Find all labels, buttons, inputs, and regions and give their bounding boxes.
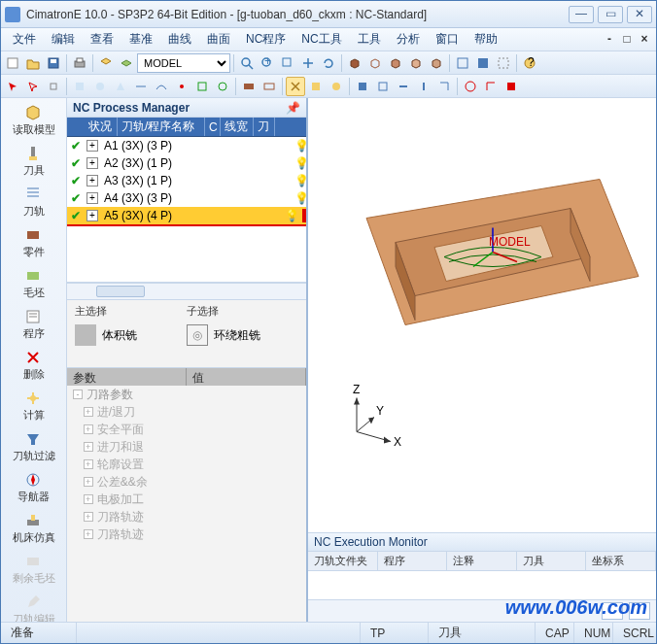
expand-icon[interactable]: + bbox=[86, 192, 98, 204]
bulb-icon[interactable]: 💡 bbox=[294, 174, 306, 187]
model-select[interactable]: MODEL bbox=[137, 53, 230, 73]
arrow-icon[interactable] bbox=[3, 77, 22, 96]
t11-icon[interactable] bbox=[286, 77, 305, 96]
param-row[interactable]: +刀路轨迹 bbox=[67, 508, 306, 525]
side-tool[interactable]: 刀具 bbox=[5, 143, 63, 182]
param-row[interactable]: +安全平面 bbox=[67, 421, 306, 438]
param-row[interactable]: +公差&&余 bbox=[67, 473, 306, 491]
layer2-icon[interactable] bbox=[117, 53, 136, 73]
menu-tools[interactable]: 工具 bbox=[350, 29, 389, 50]
side-read-model[interactable]: 读取模型 bbox=[5, 102, 63, 141]
side-remain[interactable]: 剩余毛坯 bbox=[5, 551, 63, 590]
t18-icon[interactable] bbox=[434, 77, 454, 96]
exec-btn-2[interactable] bbox=[629, 602, 650, 620]
bulb-icon[interactable]: 💡 bbox=[294, 139, 306, 153]
pan-icon[interactable] bbox=[298, 53, 318, 73]
viewport-3d[interactable]: MODEL Z X Y bbox=[308, 98, 656, 532]
t9-icon[interactable] bbox=[239, 77, 259, 96]
wire-icon[interactable] bbox=[453, 53, 472, 73]
side-filter[interactable]: 刀轨过滤 bbox=[5, 428, 63, 467]
t13-icon[interactable] bbox=[327, 77, 346, 96]
new-icon[interactable] bbox=[3, 53, 22, 73]
box-icon[interactable] bbox=[345, 53, 364, 73]
minimize-button[interactable]: — bbox=[569, 6, 594, 23]
side-edit[interactable]: 刀轨编辑 bbox=[5, 592, 63, 622]
zoom-fit-icon[interactable] bbox=[237, 53, 257, 73]
t6-icon[interactable] bbox=[172, 77, 191, 96]
menu-analyze[interactable]: 分析 bbox=[389, 29, 428, 50]
t21-icon[interactable] bbox=[501, 77, 521, 96]
param-row[interactable]: +刀路轨迹 bbox=[67, 525, 306, 543]
menu-curve[interactable]: 曲线 bbox=[160, 29, 199, 50]
exec-btn-1[interactable] bbox=[602, 602, 623, 620]
shade-icon[interactable] bbox=[473, 53, 493, 73]
t7-icon[interactable] bbox=[192, 77, 212, 96]
t20-icon[interactable] bbox=[481, 77, 501, 96]
t2-icon[interactable] bbox=[90, 77, 110, 96]
zoom-window-icon[interactable] bbox=[278, 53, 297, 73]
print-icon[interactable] bbox=[70, 53, 89, 73]
menu-edit[interactable]: 编辑 bbox=[44, 29, 83, 50]
menu-help[interactable]: 帮助 bbox=[467, 29, 505, 50]
box2-icon[interactable] bbox=[365, 53, 385, 73]
menu-file[interactable]: 文件 bbox=[5, 29, 44, 50]
pick-icon[interactable] bbox=[44, 77, 63, 96]
param-row[interactable]: +电极加工 bbox=[67, 491, 306, 508]
menu-datum[interactable]: 基准 bbox=[121, 29, 160, 50]
bulb-icon[interactable]: 💡 bbox=[285, 209, 296, 222]
proc-row[interactable]: ✔+A3 (3X) (1 P)💡 bbox=[67, 172, 306, 189]
side-nav[interactable]: 导航器 bbox=[5, 469, 63, 508]
mdi-close[interactable]: × bbox=[637, 33, 652, 47]
exec-body[interactable] bbox=[308, 571, 656, 600]
t8-icon[interactable] bbox=[213, 77, 232, 96]
box3-icon[interactable] bbox=[386, 53, 405, 73]
side-sim[interactable]: 机床仿真 bbox=[5, 510, 63, 549]
proc-row[interactable]: ✔+A4 (3X) (3 P)💡 bbox=[67, 189, 306, 207]
t17-icon[interactable] bbox=[414, 77, 433, 96]
menu-surface[interactable]: 曲面 bbox=[199, 29, 238, 50]
side-toolpath[interactable]: 刀轨 bbox=[5, 184, 63, 222]
side-calc[interactable]: 计算 bbox=[5, 388, 63, 426]
t15-icon[interactable] bbox=[373, 77, 393, 96]
mdi-minimize[interactable]: - bbox=[602, 33, 617, 47]
proc-row[interactable]: ✔+A2 (3X) (1 P)💡 bbox=[67, 154, 306, 172]
menu-window[interactable]: 窗口 bbox=[428, 29, 467, 50]
param-row[interactable]: +进刀和退 bbox=[67, 438, 306, 456]
select-icon[interactable] bbox=[23, 77, 43, 96]
pin-icon[interactable]: 📌 bbox=[286, 101, 300, 115]
side-part[interactable]: 零件 bbox=[5, 224, 63, 263]
bulb-icon[interactable]: 💡 bbox=[294, 156, 306, 170]
t16-icon[interactable] bbox=[394, 77, 413, 96]
expand-icon[interactable]: + bbox=[86, 140, 98, 152]
t12-icon[interactable] bbox=[306, 77, 326, 96]
open-icon[interactable] bbox=[23, 53, 43, 73]
t3-icon[interactable] bbox=[111, 77, 130, 96]
layer-icon[interactable] bbox=[96, 53, 116, 73]
t4-icon[interactable] bbox=[131, 77, 151, 96]
menu-nc-prog[interactable]: NC程序 bbox=[238, 29, 294, 50]
expand-icon[interactable]: + bbox=[86, 210, 98, 221]
param-row[interactable]: +进/退刀 bbox=[67, 403, 306, 421]
expand-icon[interactable]: + bbox=[86, 157, 98, 169]
side-stock[interactable]: 毛坯 bbox=[5, 265, 63, 304]
hidden-icon[interactable] bbox=[494, 53, 513, 73]
zoom-in-icon[interactable]: + bbox=[258, 53, 277, 73]
bulb-icon[interactable]: 💡 bbox=[294, 191, 306, 205]
rotate-icon[interactable] bbox=[319, 53, 338, 73]
maximize-button[interactable]: ▭ bbox=[598, 6, 623, 23]
t14-icon[interactable] bbox=[353, 77, 372, 96]
t19-icon[interactable] bbox=[461, 77, 480, 96]
proc-hscroll[interactable] bbox=[67, 283, 306, 300]
menu-view[interactable]: 查看 bbox=[83, 29, 121, 50]
side-program[interactable]: 程序 bbox=[5, 306, 63, 345]
expand-icon[interactable]: + bbox=[86, 175, 98, 186]
mdi-restore[interactable]: □ bbox=[619, 33, 635, 47]
close-button[interactable]: ✕ bbox=[627, 6, 652, 23]
box4-icon[interactable] bbox=[406, 53, 426, 73]
save-icon[interactable] bbox=[44, 53, 63, 73]
side-delete[interactable]: 删除 bbox=[5, 347, 63, 386]
box5-icon[interactable] bbox=[427, 53, 446, 73]
proc-row-selected[interactable]: ✔+A5 (3X) (4 P)💡 bbox=[67, 207, 306, 224]
proc-body[interactable]: ✔+A1 (3X) (3 P)💡 ✔+A2 (3X) (1 P)💡 ✔+A3 (… bbox=[67, 137, 306, 283]
menu-nc-tool[interactable]: NC工具 bbox=[294, 29, 349, 50]
